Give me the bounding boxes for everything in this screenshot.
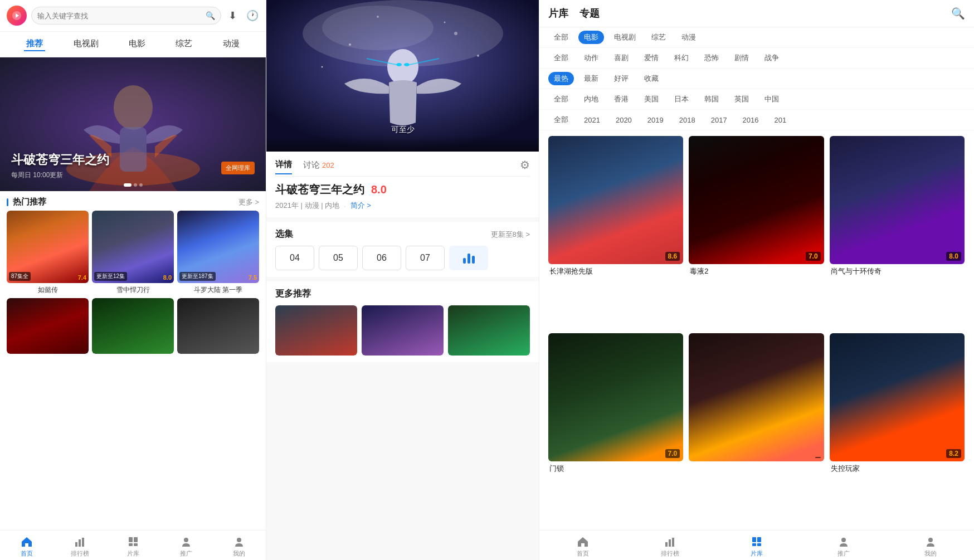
detail-title-row: 斗破苍穹三年之约 8.0 [275,182,530,197]
movie-card-1[interactable]: 7.0 毒液2 [689,136,824,328]
episode-btn-06[interactable]: 06 [362,246,401,270]
search-input[interactable] [37,12,202,20]
movie-card-5[interactable]: 8.2 失控玩家 [830,333,965,525]
movie-card-4[interactable] [689,333,824,525]
tab-tv[interactable]: 电视剧 [71,37,101,51]
svg-rect-11 [134,543,138,546]
left-nav-rank[interactable]: 排行榜 [53,535,106,558]
right-nav-library[interactable]: 片库 [713,535,800,558]
right-nav-rank[interactable]: 排行榜 [626,535,713,558]
card-rating-1: 8.0 [163,274,172,281]
filter-sort-hot[interactable]: 最热 [548,72,574,85]
bottom-card-0[interactable] [7,298,89,354]
filter-genre-drama[interactable]: 剧情 [729,51,754,65]
episode-btn-05[interactable]: 05 [319,246,358,270]
svg-rect-31 [752,537,756,542]
filter-region-mainland[interactable]: 内地 [578,92,604,106]
filter-region-uk[interactable]: 英国 [729,92,754,106]
filter-year-2020[interactable]: 2020 [610,114,637,126]
bar-3 [472,256,475,264]
svg-rect-6 [79,539,81,547]
filter-year-2021[interactable]: 2021 [578,114,606,126]
tab-recommend[interactable]: 推荐 [24,37,45,51]
movie-card-0[interactable]: 8.6 长津湖抢先版 [548,136,683,328]
right-tab-library[interactable]: 片库 [548,7,568,20]
filter-tag-tv[interactable]: 电视剧 [608,31,641,44]
hot-card-1[interactable]: 更新至12集 8.0 雪中悍刀行 [92,211,174,295]
promo-icon [179,535,193,548]
movie-rating-5: 8.2 [946,449,961,458]
search-icon: 🔍 [206,11,215,20]
left-nav-promo[interactable]: 推广 [159,535,212,558]
filter-sort-new[interactable]: 最新 [578,72,604,85]
rec-card-0[interactable] [275,305,357,356]
filter-tag-all-type[interactable]: 全部 [548,31,574,44]
filter-region-us[interactable]: 美国 [639,92,664,106]
filter-year-2016[interactable]: 2016 [737,114,764,126]
filter-genre-war[interactable]: 战争 [759,51,785,65]
right-promo-icon [837,535,850,548]
movie-title-2: 尚气与十环传奇 [830,266,965,276]
right-nav-home[interactable]: 首页 [539,535,626,558]
episode-more[interactable]: 更新至8集 > [491,230,530,240]
filter-genre-comedy[interactable]: 喜剧 [608,51,634,65]
movie-img-4 [689,333,824,461]
filter-genre-all[interactable]: 全部 [548,51,574,65]
filter-genre-action[interactable]: 动作 [578,51,604,65]
filter-region-all[interactable]: 全部 [548,92,574,106]
right-profile-icon [924,535,937,548]
bottom-card-2[interactable] [177,298,259,354]
tab-variety[interactable]: 综艺 [173,37,194,51]
filter-year-2017[interactable]: 2017 [705,114,733,126]
right-nav-profile[interactable]: 我的 [887,535,974,558]
filter-year-2019[interactable]: 2019 [642,114,669,126]
filter-region-jp[interactable]: 日本 [669,92,694,106]
left-nav-library[interactable]: 片库 [106,535,159,558]
tab-anime[interactable]: 动漫 [221,37,242,51]
episode-play-more[interactable] [449,246,488,270]
right-tab-special[interactable]: 专题 [579,7,600,20]
filter-year-old[interactable]: 201 [769,114,792,126]
left-nav-home[interactable]: 首页 [0,535,53,558]
filter-genre-romance[interactable]: 爱情 [639,51,664,65]
meta-link[interactable]: 简介 > [350,201,371,211]
filter-genre-scifi[interactable]: 科幻 [669,51,694,65]
rec-card-2[interactable] [448,305,530,356]
rec-card-1[interactable] [362,305,444,356]
episode-btn-07[interactable]: 07 [406,246,445,270]
hot-card-0[interactable]: 87集全 7.4 如懿传 [7,211,89,295]
filter-region-kr[interactable]: 韩国 [699,92,724,106]
svg-rect-33 [752,543,756,546]
discuss-count: 202 [322,161,334,169]
filter-sort-rating[interactable]: 好评 [608,72,634,85]
hot-more-btn[interactable]: 更多 > [238,197,259,207]
right-search-icon[interactable]: 🔍 [951,7,965,20]
movie-card-2[interactable]: 8.0 尚气与十环传奇 [830,136,965,328]
filter-tag-variety[interactable]: 综艺 [646,31,671,44]
settings-icon[interactable]: ⚙ [520,158,530,172]
filter-genre-horror[interactable]: 恐怖 [699,51,724,65]
hot-card-2[interactable]: 更新至187集 7.5 斗罗大陆 第一季 [177,211,259,295]
left-nav-profile[interactable]: 我的 [213,535,266,558]
detail-tab-discuss[interactable]: 讨论 202 [303,160,334,171]
download-icon[interactable]: ⬇ [226,9,239,22]
right-nav-promo[interactable]: 推广 [800,535,887,558]
filter-tag-anime[interactable]: 动漫 [676,31,702,44]
detail-tab-info[interactable]: 详情 [275,159,292,174]
filter-sort-fav[interactable]: 收藏 [639,72,664,85]
filter-year-all[interactable]: 全部 [548,113,574,126]
video-player[interactable]: 可至少 [266,0,539,152]
dot-1 [124,183,132,187]
search-bar[interactable]: 🔍 [31,7,221,25]
history-icon[interactable]: 🕐 [246,9,259,22]
filter-year-2018[interactable]: 2018 [674,114,701,126]
filter-region-hk[interactable]: 香港 [608,92,634,106]
filter-region-cn[interactable]: 中国 [759,92,785,106]
filter-tag-movie[interactable]: 电影 [578,31,604,44]
episode-btn-04[interactable]: 04 [275,246,314,270]
tab-movie[interactable]: 电影 [126,37,148,51]
left-nav-promo-label: 推广 [180,549,192,558]
movie-card-3[interactable]: 7.0 门锁 [548,333,683,525]
bottom-card-1[interactable] [92,298,174,354]
main-banner[interactable]: 斗破苍穹三年之约 每周日 10:00更新 全网理库 [0,57,266,191]
